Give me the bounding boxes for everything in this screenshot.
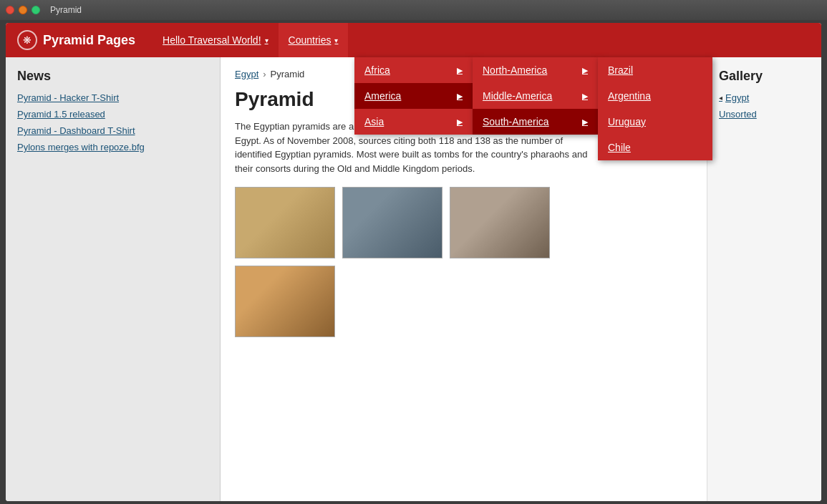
submenu-brazil[interactable]: Brazil: [598, 57, 712, 83]
submenu-chile[interactable]: Chile: [598, 135, 712, 160]
photo-row-1: [235, 187, 692, 258]
photo-row-2: [235, 266, 692, 337]
gallery-title: Gallery: [719, 69, 810, 84]
nav-countries-label: Countries: [289, 34, 332, 46]
south-america-label: South-America: [483, 116, 549, 127]
photo-3[interactable]: [450, 187, 550, 258]
nav-countries[interactable]: Countries ▾: [279, 23, 349, 57]
submenu-south-america[interactable]: South-America ▶: [473, 109, 598, 135]
photo-2[interactable]: [342, 187, 442, 258]
middle-america-label: Middle-America: [483, 90, 552, 102]
argentina-label: Argentina: [608, 90, 651, 102]
dropdown-africa[interactable]: Africa ▶: [354, 57, 473, 83]
uruguay-label: Uruguay: [608, 116, 646, 127]
left-sidebar: News Pyramid - Hacker T-Shirt Pyramid 1.…: [6, 57, 221, 501]
dropdown-america[interactable]: America ▶: [354, 83, 473, 109]
middle-america-arrow-icon: ▶: [582, 92, 588, 101]
right-sidebar: Gallery ◂ Egypt Unsorted: [707, 57, 821, 501]
sidebar-link-2[interactable]: Pyramid 1.5 released: [17, 109, 208, 120]
chevron-left-icon: ◂: [719, 94, 722, 102]
north-america-label: North-America: [483, 64, 547, 76]
sidebar-link-4[interactable]: Pylons merges with repoze.bfg: [17, 142, 208, 152]
dropdown-asia[interactable]: Asia ▶: [354, 109, 473, 135]
browser-window: ❋ Pyramid Pages Hello Traversal World! ▾…: [6, 23, 821, 501]
countries-dropdown: Africa ▶ America ▶ Asia ▶: [354, 57, 473, 135]
brand: ❋ Pyramid Pages: [17, 30, 135, 50]
gallery-link-egypt[interactable]: ◂ Egypt: [719, 92, 810, 103]
chile-label: Chile: [608, 142, 631, 153]
nav-hello-label: Hello Traversal World!: [163, 34, 261, 46]
nav-countries-arrow: ▾: [334, 37, 338, 44]
breadcrumb-current: Pyramid: [271, 69, 305, 79]
nav-hello-arrow: ▾: [265, 37, 269, 44]
america-arrow-icon: ▶: [457, 92, 463, 101]
sidebar-link-1[interactable]: Pyramid - Hacker T-Shirt: [17, 92, 208, 103]
africa-arrow-icon: ▶: [457, 66, 463, 75]
brand-title: Pyramid Pages: [43, 33, 135, 48]
north-america-arrow-icon: ▶: [582, 66, 588, 75]
sidebar-link-3[interactable]: Pyramid - Dashboard T-Shirt: [17, 125, 208, 136]
minimize-button[interactable]: [19, 6, 27, 14]
dropdown-america-label: America: [364, 90, 401, 102]
submenu-argentina[interactable]: Argentina: [598, 83, 712, 109]
maximize-button[interactable]: [32, 6, 40, 14]
dropdown-asia-label: Asia: [364, 116, 384, 127]
brand-icon: ❋: [17, 30, 37, 50]
gallery-link-egypt-label: Egypt: [725, 92, 749, 103]
asia-arrow-icon: ▶: [457, 117, 463, 127]
submenu-uruguay[interactable]: Uruguay: [598, 109, 712, 135]
gallery-link-unsorted[interactable]: Unsorted: [719, 109, 810, 120]
america-submenu: North-America ▶ Middle-America ▶ South-A…: [473, 57, 598, 135]
dropdown-africa-label: Africa: [364, 64, 390, 76]
close-button[interactable]: [6, 6, 14, 14]
breadcrumb-parent[interactable]: Egypt: [235, 69, 258, 79]
photo-1[interactable]: [235, 187, 335, 258]
breadcrumb-sep: ›: [263, 69, 266, 79]
title-bar: Pyramid: [0, 0, 827, 20]
sidebar-title: News: [17, 69, 208, 84]
photo-4[interactable]: [235, 266, 335, 337]
submenu-middle-america[interactable]: Middle-America ▶: [473, 83, 598, 109]
south-america-arrow-icon: ▶: [582, 117, 588, 127]
window-title: Pyramid: [50, 5, 82, 15]
nav-hello[interactable]: Hello Traversal World! ▾: [153, 23, 278, 57]
brazil-label: Brazil: [608, 64, 633, 76]
south-america-submenu: Brazil Argentina Uruguay Chile: [598, 57, 712, 160]
submenu-north-america[interactable]: North-America ▶: [473, 57, 598, 83]
navbar: ❋ Pyramid Pages Hello Traversal World! ▾…: [6, 23, 821, 57]
